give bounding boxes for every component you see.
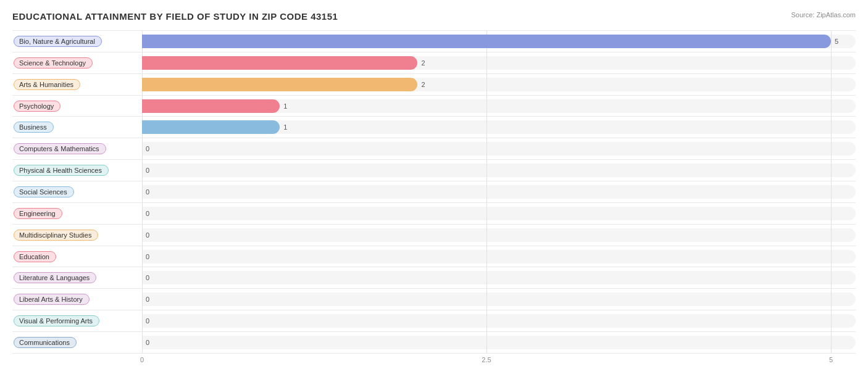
bar-row: Arts & Humanities2: [12, 74, 856, 96]
bar-row: Literature & Languages0: [12, 267, 856, 289]
bar-label: Bio, Nature & Agricultural: [14, 36, 102, 47]
bar-value: 0: [146, 274, 149, 281]
bar-row: Science & Technology2: [12, 52, 856, 74]
bar-row: Physical & Health Sciences0: [12, 160, 856, 181]
bar-row: Computers & Mathematics0: [12, 138, 856, 160]
bar-label: Computers & Mathematics: [14, 143, 106, 154]
bar-row: Social Sciences0: [12, 181, 856, 203]
bar-value: 0: [146, 231, 149, 239]
bar-label: Multidisciplinary Studies: [14, 230, 98, 241]
bar-label: Business: [14, 122, 54, 133]
bar-value: 0: [146, 167, 149, 174]
bar-value: 0: [146, 188, 149, 196]
bar-row: Psychology1: [12, 96, 856, 117]
bar-label: Literature & Languages: [14, 272, 96, 283]
bar-row: Bio, Nature & Agricultural5: [12, 30, 856, 52]
bar-label: Communications: [14, 337, 77, 348]
bar-label: Physical & Health Sciences: [14, 165, 109, 176]
bar-value: 5: [835, 38, 838, 45]
bar-value: 1: [283, 123, 287, 131]
source-label: Source: ZipAtlas.com: [791, 11, 856, 19]
bar-value: 0: [146, 317, 149, 325]
bar-fill: [142, 120, 280, 134]
bar-label: Science & Technology: [14, 57, 93, 68]
bar-label: Liberal Arts & History: [14, 294, 90, 305]
bar-label: Education: [14, 251, 56, 262]
bar-row: Liberal Arts & History0: [12, 289, 856, 310]
bar-value: 2: [421, 81, 425, 88]
bar-value: 0: [146, 210, 149, 217]
x-axis-label: 5: [829, 356, 833, 363]
chart-title: EDUCATIONAL ATTAINMENT BY FIELD OF STUDY…: [12, 11, 856, 22]
bar-label: Social Sciences: [14, 186, 74, 197]
x-axis-label: 0: [140, 356, 144, 363]
bar-fill: [142, 35, 831, 48]
bar-value: 0: [146, 296, 149, 303]
bar-value: 0: [146, 339, 149, 346]
bar-row: Communications0: [12, 332, 856, 354]
bar-value: 0: [146, 253, 149, 260]
bar-row: Visual & Performing Arts0: [12, 310, 856, 332]
bar-label: Visual & Performing Arts: [14, 315, 99, 326]
bar-fill: [142, 99, 280, 113]
x-axis-label: 2.5: [482, 356, 491, 363]
x-axis: 02.55: [142, 356, 856, 368]
bar-value: 1: [283, 102, 287, 110]
bar-label: Engineering: [14, 208, 62, 219]
bar-row: Engineering0: [12, 203, 856, 225]
bar-fill: [142, 56, 417, 70]
bar-value: 2: [421, 59, 425, 67]
bar-label: Arts & Humanities: [14, 79, 80, 90]
bar-value: 0: [146, 145, 149, 152]
bar-row: Education0: [12, 246, 856, 268]
bar-row: Business1: [12, 117, 856, 138]
chart-area: Bio, Nature & Agricultural5Science & Tec…: [12, 30, 856, 354]
bar-fill: [142, 78, 417, 91]
page-container: EDUCATIONAL ATTAINMENT BY FIELD OF STUDY…: [0, 0, 868, 390]
bar-label: Psychology: [14, 101, 61, 112]
bar-row: Multidisciplinary Studies0: [12, 225, 856, 246]
